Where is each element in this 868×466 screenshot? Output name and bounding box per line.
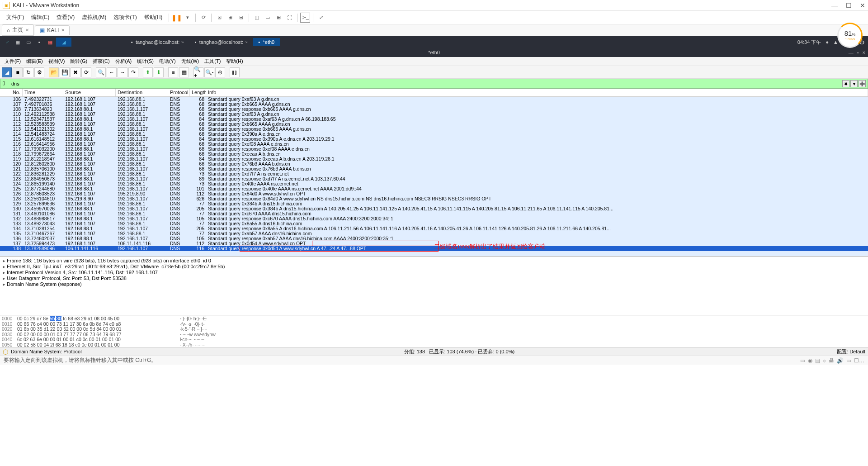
- packet-row[interactable]: 13613.724602037192.168.88.1192.168.1.107…: [0, 236, 868, 241]
- fullscreen-icon[interactable]: ⤢: [316, 13, 326, 23]
- filter-bookmark-icon[interactable]: ▯: [2, 80, 9, 87]
- tray-icon[interactable]: ▲: [833, 39, 838, 45]
- wireshark-menu-item[interactable]: 统计(S): [134, 57, 156, 66]
- tray-icon[interactable]: ●: [826, 39, 829, 45]
- vmware-menu-item[interactable]: 虚拟机(M): [78, 13, 110, 21]
- close-icon[interactable]: ✕: [61, 28, 65, 33]
- console-icon[interactable]: ≻_: [300, 13, 310, 23]
- hex-line[interactable]: 00406c 02 63 6e 00 00 01 00 01 c0 0c 00 …: [2, 337, 866, 342]
- tb-icon[interactable]: ◫: [252, 13, 262, 23]
- packet-row[interactable]: 13113.460101086192.168.1.107192.168.88.1…: [0, 211, 868, 216]
- filter-dropdown-icon[interactable]: ▾: [850, 80, 858, 87]
- packet-row[interactable]: 12112.835706100192.168.88.1192.168.1.107…: [0, 166, 868, 171]
- packet-row[interactable]: 11112.523471537192.168.88.1192.168.1.107…: [0, 117, 868, 122]
- packet-row[interactable]: 11212.523583539192.168.1.107192.168.88.1…: [0, 122, 868, 127]
- device-icon[interactable]: ▤: [815, 357, 820, 364]
- next-icon[interactable]: →: [118, 67, 127, 77]
- colorize-icon[interactable]: ▦: [179, 67, 189, 77]
- options-icon[interactable]: ⚙: [34, 67, 44, 77]
- launcher-icon[interactable]: ▦: [13, 38, 23, 47]
- detail-line[interactable]: User Datagram Protocol, Src Port: 53, Ds…: [3, 276, 865, 281]
- tb-icon[interactable]: ⛶: [284, 13, 294, 23]
- suspend-icon[interactable]: ❚❚: [172, 13, 182, 23]
- taskbar-item[interactable]: ▪*eth0: [253, 38, 280, 46]
- vmware-menu-item[interactable]: 查看(V): [53, 13, 78, 21]
- restart-icon[interactable]: ↻: [24, 67, 33, 77]
- kali-menu-icon[interactable]: ⟋: [2, 38, 12, 47]
- wireshark-menu-item[interactable]: 编辑(E): [24, 57, 46, 66]
- tb-icon[interactable]: ▭: [263, 13, 273, 23]
- zoom-in-icon[interactable]: 🔍+: [193, 67, 203, 77]
- ws-maximize[interactable]: ▫: [857, 50, 859, 55]
- packet-row[interactable]: 13313.489273043192.168.1.107192.168.88.1…: [0, 221, 868, 226]
- window-maximize[interactable]: ☐: [846, 2, 852, 9]
- device-icon[interactable]: ◉: [808, 357, 812, 364]
- tb-icon[interactable]: ⊡: [214, 13, 224, 23]
- zoom-out-icon[interactable]: 🔍-: [204, 67, 214, 77]
- device-icon[interactable]: 🖶: [829, 357, 834, 364]
- device-icon[interactable]: ⟐: [823, 357, 826, 364]
- taskbar-item[interactable]: ▪tanghao@localhost: ~: [126, 38, 189, 46]
- packet-row[interactable]: 11512.616148512192.168.88.1192.168.1.107…: [0, 137, 868, 142]
- packet-row[interactable]: 11312.541221302192.168.88.1192.168.1.107…: [0, 127, 868, 132]
- vmware-menu-item[interactable]: 帮助(H): [141, 13, 166, 21]
- reload-icon[interactable]: ⟳: [81, 67, 91, 77]
- wireshark-menu-item[interactable]: 无线(W): [179, 57, 202, 66]
- prev-icon[interactable]: ←: [107, 67, 117, 77]
- last-icon[interactable]: ⬇: [154, 67, 164, 77]
- find-icon[interactable]: 🔍: [96, 67, 106, 77]
- hex-line[interactable]: 002001 6b 00 35 d1 22 00 52 00 00 0d 5d …: [2, 327, 866, 332]
- save-icon[interactable]: 💾: [60, 67, 70, 77]
- hex-line[interactable]: 001000 66 76 c4 00 00 73 11 17 30 6a 0b …: [2, 322, 866, 327]
- packet-row[interactable]: 12312.864950673192.168.88.1192.168.1.107…: [0, 176, 868, 181]
- device-icon[interactable]: ▭: [846, 357, 851, 364]
- tab-kali[interactable]: ▣ KALI ✕: [35, 25, 70, 35]
- stop-capture-icon[interactable]: ■: [13, 67, 23, 77]
- window-close[interactable]: ✕: [860, 2, 865, 9]
- packet-row[interactable]: 11412.541483724192.168.1.107192.168.88.1…: [0, 132, 868, 137]
- packet-row[interactable]: 12412.865199140192.168.1.107192.168.88.1…: [0, 181, 868, 186]
- packet-row[interactable]: 12913.257899636192.168.1.107192.168.88.1…: [0, 201, 868, 206]
- packet-row[interactable]: 11712.799032200192.168.88.1192.168.1.107…: [0, 147, 868, 152]
- device-icon[interactable]: 🔊: [837, 357, 844, 364]
- packet-row[interactable]: 11012.492112538192.168.1.107192.168.88.1…: [0, 112, 868, 117]
- terminal-icon[interactable]: ▪: [34, 38, 44, 47]
- autoscroll-icon[interactable]: ≡: [168, 67, 178, 77]
- vmware-menu-item[interactable]: 选项卡(T): [110, 13, 140, 21]
- vmware-menu-item[interactable]: 编辑(E): [28, 13, 53, 21]
- detail-line[interactable]: Ethernet II, Src: Tp-LinkT_e3:29:a1 (30:…: [3, 264, 865, 270]
- hex-line[interactable]: 005000 02 58 00 04 2f 68 18 18 c0 0c 00 …: [2, 342, 866, 348]
- packet-row[interactable]: 1067.492322731192.168.1.107192.168.88.1D…: [0, 97, 868, 102]
- tb-icon[interactable]: ⊟: [236, 13, 246, 23]
- goto-icon[interactable]: ↷: [128, 67, 138, 77]
- packet-row[interactable]: 13213.488988617192.168.88.1192.168.1.107…: [0, 216, 868, 221]
- close-file-icon[interactable]: ✖: [71, 67, 80, 77]
- zoom-reset-icon[interactable]: ⊜: [215, 67, 225, 77]
- packet-row[interactable]: 1077.492701836192.168.1.107192.168.88.1D…: [0, 102, 868, 107]
- taskbar-item[interactable]: ▪tanghao@localhost: ~: [189, 38, 253, 46]
- expert-icon[interactable]: ◯: [3, 349, 8, 354]
- wireshark-menu-item[interactable]: 电话(Y): [156, 57, 179, 66]
- packet-row[interactable]: 12512.877244680192.168.88.1192.168.1.107…: [0, 186, 868, 191]
- device-icon[interactable]: ▭: [800, 357, 805, 364]
- packet-row[interactable]: 12012.812602800192.168.1.107192.168.88.1…: [0, 162, 868, 166]
- hex-line[interactable]: 003000 02 00 00 00 01 03 77 77 77 06 73 …: [2, 332, 866, 338]
- packet-list[interactable]: 1067.492322731192.168.1.107192.168.88.1D…: [0, 97, 868, 256]
- detail-line[interactable]: Internet Protocol Version 4, Src: 106.11…: [3, 270, 865, 276]
- detail-line[interactable]: Domain Name System (response): [3, 281, 865, 287]
- wireshark-menu-item[interactable]: 跳转(G): [67, 57, 90, 66]
- tb-icon[interactable]: ⊞: [225, 13, 235, 23]
- packet-row[interactable]: 11912.812218947192.168.88.1192.168.1.107…: [0, 157, 868, 162]
- packet-row[interactable]: 12212.836281229192.168.1.107192.168.88.1…: [0, 171, 868, 176]
- files-icon[interactable]: ▭: [24, 38, 33, 47]
- wireshark-menu-item[interactable]: 捕获(C): [90, 57, 112, 66]
- dashboard-icon[interactable]: ▦: [45, 38, 55, 47]
- packet-row[interactable]: 1087.713634820192.168.88.1192.168.1.107D…: [0, 107, 868, 112]
- packet-row[interactable]: 12813.256104610195.219.8.90192.168.1.107…: [0, 196, 868, 201]
- ws-minimize[interactable]: —: [849, 50, 854, 55]
- filter-apply-icon[interactable]: ➕: [859, 80, 866, 87]
- wireshark-menu-item[interactable]: 工具(T): [202, 57, 223, 66]
- start-capture-icon[interactable]: ◢: [2, 67, 12, 77]
- packet-row[interactable]: 13513.710467267192.168.1.107192.168.88.1…: [0, 231, 868, 236]
- wireshark-menu-item[interactable]: 帮助(H): [223, 57, 245, 66]
